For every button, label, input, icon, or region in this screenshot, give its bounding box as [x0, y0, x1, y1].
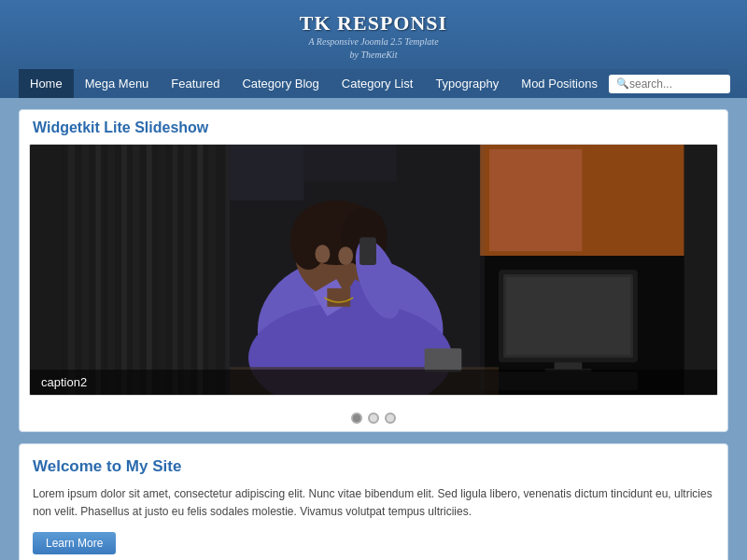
- slideshow-container[interactable]: caption2: [29, 144, 718, 396]
- search-input[interactable]: [629, 77, 723, 91]
- svg-rect-11: [184, 145, 191, 395]
- welcome-card: Welcome to My Site Lorem ipsum dolor sit…: [19, 443, 728, 560]
- svg-rect-6: [121, 145, 127, 395]
- nav-item-category-blog[interactable]: Category Blog: [231, 69, 330, 98]
- nav-item-mod-positions[interactable]: Mod Positions: [510, 69, 609, 98]
- header-top: TK RESPONSI A Responsive Joomla 2.5 Temp…: [19, 11, 728, 69]
- learn-more-button[interactable]: Learn More: [33, 532, 116, 554]
- svg-rect-16: [591, 149, 674, 251]
- nav-item-home[interactable]: Home: [19, 69, 74, 98]
- svg-rect-3: [81, 145, 89, 395]
- slideshow-card: Widgetkit Lite Slideshow: [19, 109, 728, 432]
- svg-rect-4: [95, 145, 101, 395]
- svg-rect-12: [197, 145, 203, 395]
- site-title: TK RESPONSI: [19, 11, 728, 35]
- svg-rect-21: [555, 362, 583, 370]
- main-content: Widgetkit Lite Slideshow: [0, 98, 747, 560]
- slide-image: caption2: [30, 145, 717, 395]
- svg-rect-7: [133, 145, 140, 395]
- welcome-body: Lorem ipsum dolor sit amet, consectetur …: [33, 485, 714, 521]
- nav-item-category-list[interactable]: Category List: [331, 69, 425, 98]
- svg-rect-9: [159, 145, 166, 395]
- slide-dot-3[interactable]: [385, 413, 396, 424]
- slide-caption: caption2: [30, 370, 717, 395]
- slide-dot-2[interactable]: [368, 413, 379, 424]
- svg-rect-13: [208, 145, 216, 395]
- svg-rect-20: [506, 277, 630, 355]
- svg-rect-2: [67, 145, 75, 395]
- svg-rect-5: [107, 145, 115, 395]
- svg-rect-8: [147, 145, 152, 395]
- welcome-title: Welcome to My Site: [33, 457, 714, 476]
- slideshow-title: Widgetkit Lite Slideshow: [20, 110, 727, 144]
- nav-item-mega-menu[interactable]: Mega Menu: [74, 69, 161, 98]
- nav-item-featured[interactable]: Featured: [160, 69, 231, 98]
- search-icon: 🔍: [616, 77, 629, 90]
- svg-rect-15: [489, 149, 582, 251]
- search-box: 🔍: [609, 75, 730, 93]
- header: TK RESPONSI A Responsive Joomla 2.5 Temp…: [0, 0, 747, 98]
- navbar: Home Mega Menu Featured Category Blog Ca…: [19, 69, 728, 98]
- svg-rect-10: [173, 145, 178, 395]
- svg-rect-40: [230, 145, 303, 201]
- slide-artwork: [30, 145, 717, 395]
- nav-items: Home Mega Menu Featured Category Blog Ca…: [19, 69, 609, 98]
- slide-dot-1[interactable]: [351, 413, 362, 424]
- slide-dots: [20, 405, 727, 431]
- nav-item-typography[interactable]: Typography: [424, 69, 510, 98]
- site-subtitle: A Responsive Joomla 2.5 Template by Them…: [19, 35, 728, 62]
- svg-rect-41: [304, 145, 397, 182]
